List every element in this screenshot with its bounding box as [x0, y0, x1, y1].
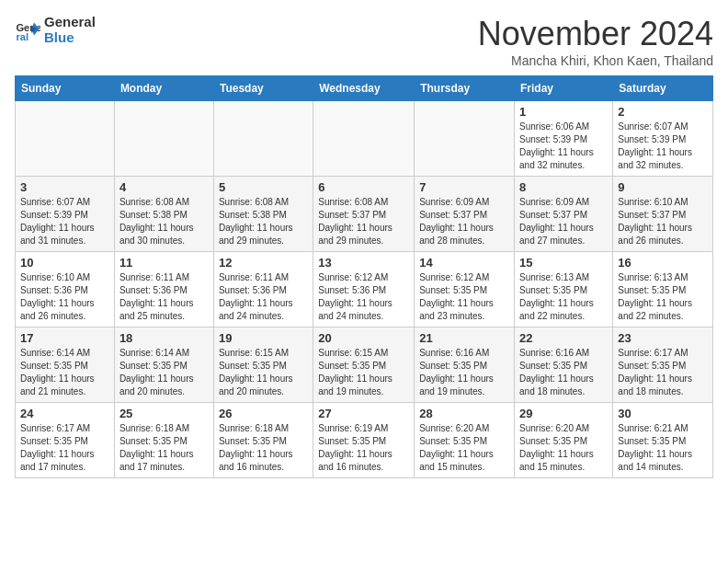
day-number: 18 — [119, 331, 209, 345]
title-block: November 2024 Mancha Khiri, Khon Kaen, T… — [478, 15, 713, 68]
header-monday: Monday — [114, 76, 213, 101]
day-info: Sunrise: 6:13 AMSunset: 5:35 PMDaylight:… — [618, 271, 708, 323]
calendar-cell: 21Sunrise: 6:16 AMSunset: 5:35 PMDayligh… — [415, 327, 515, 403]
day-info: Sunrise: 6:12 AMSunset: 5:36 PMDaylight:… — [318, 271, 409, 323]
day-info: Sunrise: 6:14 AMSunset: 5:35 PMDaylight:… — [119, 347, 209, 398]
svg-text:ral: ral — [16, 31, 28, 42]
day-number: 7 — [419, 180, 509, 194]
calendar-cell: 6Sunrise: 6:08 AMSunset: 5:37 PMDaylight… — [313, 177, 415, 252]
page-header: Gene ral General Blue November 2024 Manc… — [15, 15, 713, 68]
day-number: 20 — [318, 331, 409, 345]
day-info: Sunrise: 6:15 AMSunset: 5:35 PMDaylight:… — [318, 347, 409, 398]
calendar-cell: 3Sunrise: 6:07 AMSunset: 5:39 PMDaylight… — [16, 177, 115, 252]
day-number: 21 — [419, 331, 509, 345]
calendar-cell: 5Sunrise: 6:08 AMSunset: 5:38 PMDaylight… — [213, 177, 313, 252]
logo-line2: Blue — [44, 29, 74, 45]
day-number: 30 — [618, 407, 708, 420]
day-info: Sunrise: 6:13 AMSunset: 5:35 PMDaylight:… — [519, 271, 608, 323]
calendar-cell: 4Sunrise: 6:08 AMSunset: 5:38 PMDaylight… — [114, 177, 213, 252]
calendar-cell: 12Sunrise: 6:11 AMSunset: 5:36 PMDayligh… — [213, 252, 313, 327]
day-number: 12 — [219, 256, 308, 270]
calendar-cell: 14Sunrise: 6:12 AMSunset: 5:35 PMDayligh… — [415, 252, 515, 327]
day-number: 16 — [618, 256, 708, 270]
calendar-cell: 29Sunrise: 6:20 AMSunset: 5:35 PMDayligh… — [515, 403, 613, 478]
day-number: 19 — [219, 331, 308, 345]
calendar-cell — [114, 101, 213, 177]
day-info: Sunrise: 6:20 AMSunset: 5:35 PMDaylight:… — [519, 422, 608, 474]
day-info: Sunrise: 6:21 AMSunset: 5:35 PMDaylight:… — [618, 422, 708, 474]
week-row-4: 17Sunrise: 6:14 AMSunset: 5:35 PMDayligh… — [16, 327, 713, 403]
day-info: Sunrise: 6:06 AMSunset: 5:39 PMDaylight:… — [519, 121, 608, 172]
day-number: 14 — [419, 256, 509, 270]
calendar-cell: 17Sunrise: 6:14 AMSunset: 5:35 PMDayligh… — [16, 327, 115, 403]
day-info: Sunrise: 6:17 AMSunset: 5:35 PMDaylight:… — [20, 422, 109, 474]
calendar-cell: 16Sunrise: 6:13 AMSunset: 5:35 PMDayligh… — [613, 252, 713, 327]
day-info: Sunrise: 6:20 AMSunset: 5:35 PMDaylight:… — [419, 422, 509, 474]
calendar-cell: 18Sunrise: 6:14 AMSunset: 5:35 PMDayligh… — [114, 327, 213, 403]
day-number: 3 — [20, 180, 109, 194]
calendar-cell: 15Sunrise: 6:13 AMSunset: 5:35 PMDayligh… — [515, 252, 613, 327]
day-number: 6 — [318, 180, 409, 194]
calendar-cell: 28Sunrise: 6:20 AMSunset: 5:35 PMDayligh… — [415, 403, 515, 478]
day-info: Sunrise: 6:19 AMSunset: 5:35 PMDaylight:… — [318, 422, 409, 474]
week-row-2: 3Sunrise: 6:07 AMSunset: 5:39 PMDaylight… — [16, 177, 713, 252]
day-info: Sunrise: 6:11 AMSunset: 5:36 PMDaylight:… — [119, 271, 209, 323]
day-number: 17 — [20, 331, 109, 345]
day-number: 10 — [20, 256, 109, 270]
day-info: Sunrise: 6:14 AMSunset: 5:35 PMDaylight:… — [20, 347, 109, 398]
day-info: Sunrise: 6:12 AMSunset: 5:35 PMDaylight:… — [419, 271, 509, 323]
day-number: 22 — [519, 331, 608, 345]
day-info: Sunrise: 6:15 AMSunset: 5:35 PMDaylight:… — [219, 347, 308, 398]
day-info: Sunrise: 6:08 AMSunset: 5:37 PMDaylight:… — [318, 196, 409, 247]
day-info: Sunrise: 6:16 AMSunset: 5:35 PMDaylight:… — [519, 347, 608, 398]
calendar-cell: 25Sunrise: 6:18 AMSunset: 5:35 PMDayligh… — [114, 403, 213, 478]
header-tuesday: Tuesday — [213, 76, 313, 101]
calendar-cell: 8Sunrise: 6:09 AMSunset: 5:37 PMDaylight… — [515, 177, 613, 252]
calendar-cell: 1Sunrise: 6:06 AMSunset: 5:39 PMDaylight… — [515, 101, 613, 177]
calendar-cell: 2Sunrise: 6:07 AMSunset: 5:39 PMDaylight… — [613, 101, 713, 177]
calendar-header: SundayMondayTuesdayWednesdayThursdayFrid… — [16, 76, 713, 101]
day-info: Sunrise: 6:08 AMSunset: 5:38 PMDaylight:… — [219, 196, 308, 247]
day-number: 1 — [519, 105, 608, 119]
day-number: 24 — [20, 407, 109, 420]
day-info: Sunrise: 6:18 AMSunset: 5:35 PMDaylight:… — [219, 422, 308, 474]
calendar-cell: 7Sunrise: 6:09 AMSunset: 5:37 PMDaylight… — [415, 177, 515, 252]
day-info: Sunrise: 6:07 AMSunset: 5:39 PMDaylight:… — [20, 196, 109, 247]
calendar-cell: 26Sunrise: 6:18 AMSunset: 5:35 PMDayligh… — [213, 403, 313, 478]
day-info: Sunrise: 6:09 AMSunset: 5:37 PMDaylight:… — [519, 196, 608, 247]
day-number: 8 — [519, 180, 608, 194]
day-number: 2 — [618, 105, 708, 119]
location-subtitle: Mancha Khiri, Khon Kaen, Thailand — [478, 53, 713, 68]
calendar-cell — [16, 101, 115, 177]
header-saturday: Saturday — [613, 76, 713, 101]
week-row-1: 1Sunrise: 6:06 AMSunset: 5:39 PMDaylight… — [16, 101, 713, 177]
header-friday: Friday — [515, 76, 613, 101]
logo-icon: Gene ral — [15, 17, 40, 43]
day-number: 27 — [318, 407, 409, 420]
day-number: 11 — [119, 256, 209, 270]
day-number: 28 — [419, 407, 509, 420]
day-info: Sunrise: 6:10 AMSunset: 5:36 PMDaylight:… — [20, 271, 109, 323]
calendar-cell — [313, 101, 415, 177]
month-title: November 2024 — [478, 15, 713, 53]
header-sunday: Sunday — [16, 76, 115, 101]
calendar-cell — [415, 101, 515, 177]
day-info: Sunrise: 6:07 AMSunset: 5:39 PMDaylight:… — [618, 121, 708, 172]
week-row-3: 10Sunrise: 6:10 AMSunset: 5:36 PMDayligh… — [16, 252, 713, 327]
calendar-cell: 30Sunrise: 6:21 AMSunset: 5:35 PMDayligh… — [613, 403, 713, 478]
calendar-cell: 11Sunrise: 6:11 AMSunset: 5:36 PMDayligh… — [114, 252, 213, 327]
day-info: Sunrise: 6:18 AMSunset: 5:35 PMDaylight:… — [119, 422, 209, 474]
day-info: Sunrise: 6:16 AMSunset: 5:35 PMDaylight:… — [419, 347, 509, 398]
calendar-table: SundayMondayTuesdayWednesdayThursdayFrid… — [15, 75, 713, 478]
calendar-cell: 19Sunrise: 6:15 AMSunset: 5:35 PMDayligh… — [213, 327, 313, 403]
day-number: 13 — [318, 256, 409, 270]
day-number: 26 — [219, 407, 308, 420]
day-info: Sunrise: 6:08 AMSunset: 5:38 PMDaylight:… — [119, 196, 209, 247]
logo-line1: General — [44, 14, 96, 29]
day-number: 4 — [119, 180, 209, 194]
header-wednesday: Wednesday — [313, 76, 415, 101]
calendar-cell: 9Sunrise: 6:10 AMSunset: 5:37 PMDaylight… — [613, 177, 713, 252]
day-number: 29 — [519, 407, 608, 420]
calendar-cell: 20Sunrise: 6:15 AMSunset: 5:35 PMDayligh… — [313, 327, 415, 403]
day-info: Sunrise: 6:11 AMSunset: 5:36 PMDaylight:… — [219, 271, 308, 323]
